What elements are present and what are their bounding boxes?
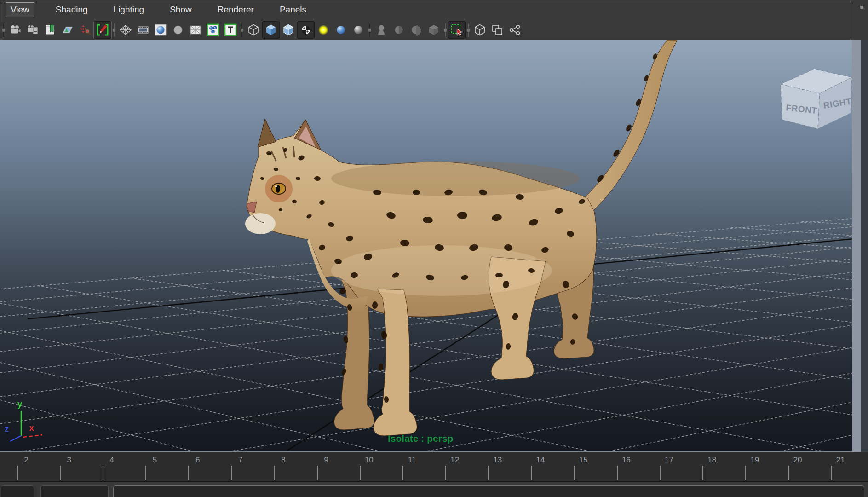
maya-viewport-window: { "menubar": { "items": [ {"label": "Vie… (0, 0, 868, 497)
blue-sphere-button[interactable] (332, 21, 350, 39)
shadow-sphere-button[interactable] (390, 21, 408, 39)
isolate-select-button[interactable] (448, 21, 466, 39)
wire-cube-icon (247, 23, 260, 36)
frame-tick (702, 466, 703, 480)
frame-number: 3 (67, 456, 71, 465)
toolbar-grip[interactable] (1, 22, 6, 38)
share-node-button[interactable] (506, 21, 523, 39)
frame-number: 11 (408, 456, 416, 465)
soft-cube-button[interactable] (425, 21, 443, 39)
toolbar-grip[interactable] (466, 22, 471, 38)
checker-sphere-button[interactable] (297, 21, 315, 39)
smooth-cube-button[interactable] (262, 21, 280, 39)
flat-circle-button[interactable] (169, 21, 187, 39)
frame-number: 21 (836, 456, 845, 465)
light-yellow-icon (317, 23, 330, 36)
xray-button[interactable] (187, 21, 204, 39)
viewport-toolbar (0, 19, 868, 40)
menu-lighting[interactable]: Lighting (109, 3, 149, 17)
overlap-squares-icon (491, 23, 504, 36)
cat-back-shade (331, 161, 580, 196)
light-yellow-button[interactable] (315, 21, 332, 39)
textured-t-icon (224, 23, 237, 36)
grease-pencil-button[interactable] (94, 21, 111, 39)
textured-t-button[interactable] (222, 21, 239, 39)
share-node-icon (508, 23, 521, 36)
frame-tick (317, 466, 318, 480)
wire-shaded-cube-icon (282, 23, 295, 36)
camera-attributes-icon (26, 23, 39, 36)
frame-number: 15 (579, 456, 588, 465)
bookmark-icon (44, 23, 57, 36)
cat-belly-light (331, 245, 552, 296)
blue-sphere-icon (334, 23, 347, 36)
frame-tick (831, 466, 832, 480)
textured-balls-icon (207, 23, 219, 36)
frame-number: 2 (24, 456, 28, 465)
frame-tick (145, 466, 146, 480)
image-plane-icon (61, 23, 74, 36)
shaded-sphere-button[interactable] (152, 21, 169, 39)
axis-z-line (10, 436, 21, 441)
frame-number: 13 (493, 456, 502, 465)
toolbar-grip[interactable] (239, 22, 245, 38)
frame-number: 19 (750, 456, 759, 465)
frame-number: 17 (665, 456, 673, 465)
axis-x-label: x (29, 423, 34, 433)
playback-start-field[interactable] (1, 485, 34, 497)
menu-renderer[interactable]: Renderer (213, 3, 259, 17)
pan-zoom-icon (79, 23, 92, 36)
toolbar-grip[interactable] (367, 22, 373, 38)
pan-zoom-button[interactable] (76, 21, 94, 39)
time-slider[interactable]: 23456789101112131415161718192021 (0, 452, 868, 482)
camera-attributes-button[interactable] (24, 21, 41, 39)
range-slider[interactable] (113, 485, 864, 497)
menu-panels[interactable]: Panels (275, 3, 311, 17)
overlap-squares-button[interactable] (489, 21, 506, 39)
frame-tick (360, 466, 361, 480)
viewport-hud-label: Isolate : persp (388, 433, 453, 444)
frame-tick (574, 466, 575, 480)
frame-tick (531, 466, 532, 480)
grid-plane-icon (119, 23, 132, 36)
scene-canvas[interactable]: FRONT RIGHT y z x Isolate : persp (0, 40, 868, 452)
menu-shading[interactable]: Shading (51, 3, 92, 17)
perspective-viewport[interactable]: FRONT RIGHT y z x Isolate : persp (0, 40, 868, 452)
viewport-menubar: View Shading Lighting Show Renderer Pane… (0, 0, 868, 19)
textured-balls-button[interactable] (204, 21, 222, 39)
film-gate-icon (137, 23, 149, 36)
frame-tick (231, 466, 232, 480)
toolbar-grip[interactable] (443, 22, 448, 38)
grid-plane-button[interactable] (117, 21, 134, 39)
menu-show[interactable]: Show (165, 3, 196, 17)
frame-tick (60, 466, 61, 480)
frame-tick (274, 466, 275, 480)
half-gear-icon (410, 23, 423, 36)
frame-tick (617, 466, 618, 480)
frame-tick (17, 466, 18, 480)
frame-tick (103, 466, 103, 480)
gray-sphere-button[interactable] (350, 21, 367, 39)
select-camera-button[interactable] (6, 21, 24, 39)
menu-view[interactable]: View (6, 2, 34, 17)
image-plane-button[interactable] (59, 21, 76, 39)
flat-circle-icon (172, 23, 184, 36)
frame-number: 14 (536, 456, 545, 465)
film-gate-button[interactable] (134, 21, 152, 39)
frame-number: 18 (707, 456, 716, 465)
bookmark-button[interactable] (41, 21, 59, 39)
frame-number: 16 (622, 456, 631, 465)
viewport-right-border (852, 40, 861, 452)
wire-shaded-cube-button[interactable] (280, 21, 297, 39)
toolbar-grip[interactable] (111, 22, 117, 38)
frame-number: 20 (793, 456, 802, 465)
wire-cube-button[interactable] (245, 21, 262, 39)
light-bust-button[interactable] (373, 21, 390, 39)
current-character-field[interactable] (40, 485, 109, 497)
axis-gizmo: y z x (5, 399, 42, 441)
outline-cube-icon (473, 23, 486, 36)
frame-number: 4 (110, 456, 114, 465)
view-cube[interactable]: FRONT RIGHT (781, 69, 852, 129)
outline-cube-button[interactable] (471, 21, 489, 39)
half-gear-button[interactable] (408, 21, 425, 39)
